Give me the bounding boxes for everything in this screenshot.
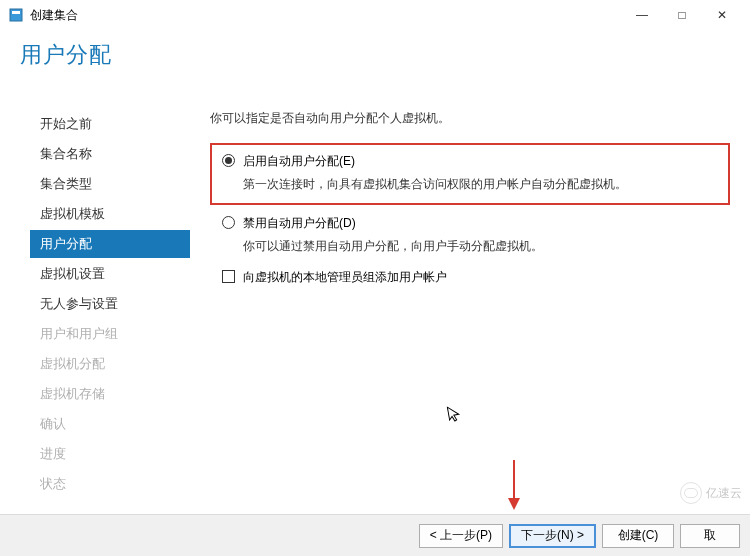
radio-icon: [222, 216, 235, 229]
sidebar-item-vm-settings[interactable]: 虚拟机设置: [30, 260, 190, 288]
instruction-text: 你可以指定是否自动向用户分配个人虚拟机。: [210, 110, 730, 127]
radio-disable-auto-assignment[interactable]: 禁用自动用户分配(D) 你可以通过禁用自动用户分配，向用户手动分配虚拟机。: [222, 215, 730, 255]
prev-button[interactable]: < 上一步(P): [419, 524, 503, 548]
close-button[interactable]: ✕: [702, 1, 742, 29]
main-content: 你可以指定是否自动向用户分配个人虚拟机。 启用自动用户分配(E) 第一次连接时，…: [190, 30, 750, 510]
sidebar-item-vm-storage: 虚拟机存储: [30, 380, 190, 408]
window-controls: — □ ✕: [622, 1, 742, 29]
checkbox-add-admin-user[interactable]: 向虚拟机的本地管理员组添加用户帐户: [222, 269, 730, 286]
radio-disable-label: 禁用自动用户分配(D): [243, 215, 730, 232]
highlighted-option-box: 启用自动用户分配(E) 第一次连接时，向具有虚拟机集合访问权限的用户帐户自动分配…: [210, 143, 730, 205]
wizard-sidebar: 开始之前 集合名称 集合类型 虚拟机模板 用户分配 虚拟机设置 无人参与设置 用…: [0, 30, 190, 510]
titlebar: 创建集合 — □ ✕: [0, 0, 750, 30]
radio-disable-desc: 你可以通过禁用自动用户分配，向用户手动分配虚拟机。: [243, 238, 730, 255]
watermark-logo-icon: [680, 482, 702, 504]
sidebar-item-confirm: 确认: [30, 410, 190, 438]
watermark-text: 亿速云: [706, 485, 742, 502]
sidebar-item-vm-template[interactable]: 虚拟机模板: [30, 200, 190, 228]
maximize-button[interactable]: □: [662, 1, 702, 29]
sidebar-item-users-groups: 用户和用户组: [30, 320, 190, 348]
page-header: 用户分配: [20, 40, 112, 70]
sidebar-item-before-begin[interactable]: 开始之前: [30, 110, 190, 138]
wizard-footer: < 上一步(P) 下一步(N) > 创建(C) 取: [0, 514, 750, 556]
sidebar-item-user-assignment[interactable]: 用户分配: [30, 230, 190, 258]
cancel-button[interactable]: 取: [680, 524, 740, 548]
watermark: 亿速云: [680, 482, 742, 504]
window-title: 创建集合: [30, 7, 78, 24]
radio-enable-label: 启用自动用户分配(E): [243, 153, 718, 170]
page-title: 用户分配: [20, 40, 112, 70]
radio-enable-auto-assignment[interactable]: 启用自动用户分配(E) 第一次连接时，向具有虚拟机集合访问权限的用户帐户自动分配…: [222, 153, 718, 193]
sidebar-item-collection-name[interactable]: 集合名称: [30, 140, 190, 168]
svg-rect-0: [10, 9, 22, 21]
sidebar-item-vm-assignment: 虚拟机分配: [30, 350, 190, 378]
sidebar-item-collection-type[interactable]: 集合类型: [30, 170, 190, 198]
radio-icon: [222, 154, 235, 167]
minimize-button[interactable]: —: [622, 1, 662, 29]
sidebar-item-status: 状态: [30, 470, 190, 498]
svg-rect-1: [12, 11, 20, 14]
sidebar-item-unattended[interactable]: 无人参与设置: [30, 290, 190, 318]
create-button[interactable]: 创建(C): [602, 524, 674, 548]
annotation-arrow-icon: [506, 460, 522, 513]
svg-marker-3: [508, 498, 520, 510]
app-icon: [8, 7, 24, 23]
checkbox-icon: [222, 270, 235, 283]
next-button[interactable]: 下一步(N) >: [509, 524, 596, 548]
checkbox-admin-label: 向虚拟机的本地管理员组添加用户帐户: [243, 269, 447, 286]
radio-enable-desc: 第一次连接时，向具有虚拟机集合访问权限的用户帐户自动分配虚拟机。: [243, 176, 718, 193]
sidebar-item-progress: 进度: [30, 440, 190, 468]
